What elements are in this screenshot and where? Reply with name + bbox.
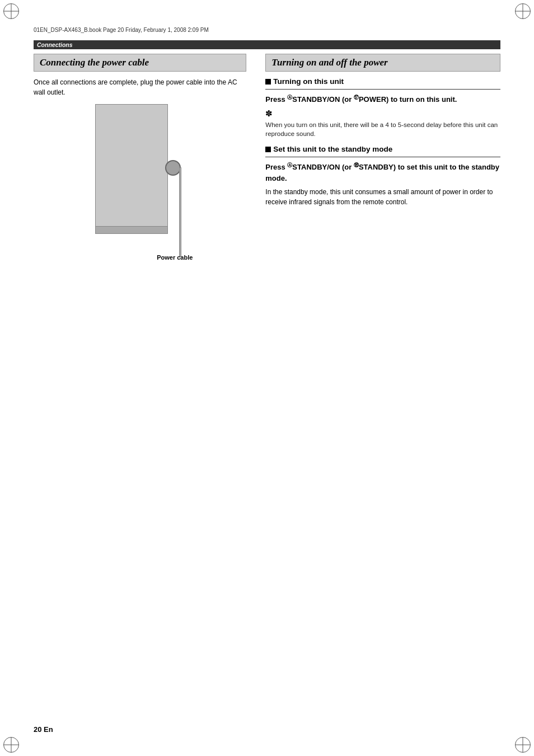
cable-wire [179,167,181,257]
right-section-title: Turning on and off the power [271,57,494,68]
reg-circle-bl [3,737,19,753]
left-section-title: Connecting the power cable [40,57,240,68]
subsection2-heading-text: Set this unit to the standby mode [273,145,392,153]
tip-text-1: When you turn on this unit, there will b… [265,120,500,138]
cable-unit-body [95,104,168,227]
or-text-2: (or [340,163,354,171]
page-number: 20 En [34,725,53,734]
suffix-1: ) to turn on this unit. [386,95,457,104]
right-column: Turning on and off the power Turning on … [257,54,500,711]
subsection1-press-text: Press ⒶSTANDBY/ON (or ⑰POWER) to turn on… [265,94,500,105]
file-info: 01EN_DSP-AX463_B.book Page 20 Friday, Fe… [34,27,500,33]
subsection1-heading-text: Turning on this unit [273,77,344,86]
press-label-1: Press [265,95,287,104]
reg-circle-tr [515,3,531,19]
bullet-icon-2 [265,147,271,152]
button2-superscript: ⑰ [354,95,359,100]
button2-text: POWER [359,95,386,104]
divider-2 [265,157,500,157]
left-section-title-box: Connecting the power cable [34,54,246,72]
cable-connector [165,160,181,176]
right-section-title-box: Turning on and off the power [265,54,500,72]
reg-circle-tl [3,3,19,19]
divider-1 [265,89,500,90]
left-column: Connecting the power cable Once all conn… [34,54,257,711]
button3-text: STANDBY/ON [292,163,340,171]
subsection2-press-text: Press ⒶSTANDBY/ON (or ⑱STANDBY) to set t… [265,162,500,184]
or-text-1: (or [340,95,354,104]
button1-superscript: Ⓐ [287,95,292,100]
main-content: Connecting the power cable Once all conn… [34,54,500,711]
bullet-icon-1 [265,79,271,84]
subsection2-heading: Set this unit to the standby mode [265,145,500,153]
press-label-2: Press [265,163,287,171]
subsection2-body-text: In the standby mode, this unit consumes … [265,187,500,207]
tip-icon-1: ✽ [265,109,500,119]
subsection2: Set this unit to the standby mode Press … [265,145,500,207]
cable-illustration: Power cable [84,104,196,261]
cable-base [95,226,168,234]
button4-text: STANDBY [359,163,394,171]
cable-label: Power cable [157,254,193,261]
button3-superscript: Ⓐ [287,162,292,168]
subsection1-heading: Turning on this unit [265,77,500,86]
button1-text: STANDBY/ON [292,95,340,104]
left-body-text: Once all connections are complete, plug … [34,77,246,97]
button4-superscript: ⑱ [354,162,359,168]
reg-circle-br [515,737,531,753]
section-header-bar: Connections [34,40,500,49]
